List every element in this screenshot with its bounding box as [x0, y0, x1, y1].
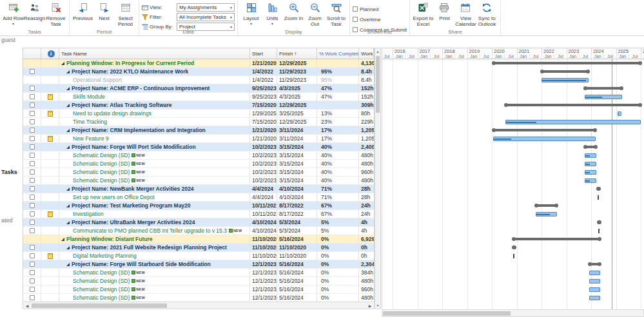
- previous-button[interactable]: Previous: [72, 1, 93, 22]
- planned-checkbox[interactable]: [353, 6, 358, 12]
- gantt-task-bar[interactable]: [505, 120, 641, 124]
- task-name[interactable]: Skills Module: [73, 93, 105, 100]
- col-header-task-name[interactable]: Task Name: [59, 48, 250, 59]
- gantt-summary-bar[interactable]: [513, 246, 515, 249]
- planned-checkbox-row[interactable]: Planned: [353, 5, 407, 13]
- task-name[interactable]: Schematic Design (SD): [73, 160, 130, 167]
- row-checkbox[interactable]: [30, 161, 35, 166]
- note-icon[interactable]: [48, 94, 53, 100]
- table-row[interactable]: Planning Window: In Progress for Current…: [23, 59, 374, 68]
- view-calendar-button[interactable]: View Calendar: [455, 1, 476, 28]
- gantt-summary-bar[interactable]: [585, 87, 623, 90]
- collapse-triangle-icon[interactable]: [66, 204, 70, 207]
- gantt-task-bar[interactable]: [585, 162, 596, 166]
- zoom-in-button[interactable]: Zoom In: [283, 1, 304, 22]
- row-checkbox[interactable]: [30, 245, 35, 250]
- table-row[interactable]: Project Name: Forge Will Port Side Modif…: [23, 143, 374, 151]
- row-checkbox[interactable]: [30, 270, 35, 275]
- task-name[interactable]: Set up new users on Office Depot: [73, 194, 155, 200]
- gantt-scroll-thumb[interactable]: [383, 311, 511, 316]
- row-checkbox[interactable]: [30, 111, 35, 116]
- task-name[interactable]: Communicate to PMO planned CBB Int Telle…: [73, 227, 227, 234]
- gantt-milestone-bar[interactable]: [598, 195, 599, 200]
- table-row[interactable]: Set up new users on Office Depot4/4/2024…: [23, 193, 374, 202]
- collapse-triangle-icon[interactable]: [66, 246, 70, 249]
- scroll-down-arrow[interactable]: ▼: [375, 302, 380, 309]
- remove-task-button[interactable]: Remove Task: [45, 1, 66, 28]
- collapse-triangle-icon[interactable]: [66, 70, 70, 73]
- reassign-button[interactable]: Reassign: [24, 1, 45, 22]
- table-row[interactable]: Communicate to PMO planned CBB Int Telle…: [23, 227, 374, 235]
- task-name[interactable]: Schematic Design (SD): [73, 294, 130, 301]
- overtime-checkbox-row[interactable]: Overtime: [353, 15, 407, 23]
- table-row[interactable]: Project Name: NewBank Merger Activities …: [23, 185, 374, 193]
- gantt-milestone-bar[interactable]: [513, 254, 514, 258]
- layout-button[interactable]: Layout ▾: [240, 1, 262, 26]
- table-row[interactable]: Schematic Design (SD)NEW10/2/20233/15/20…: [23, 177, 374, 185]
- overtime-checkbox[interactable]: [353, 17, 358, 22]
- task-name[interactable]: Schematic Design (SD): [73, 152, 130, 158]
- sync-to-outlook-button[interactable]: Sync to Outlook: [476, 1, 498, 28]
- task-name[interactable]: Time Tracking: [73, 119, 107, 125]
- collapse-triangle-icon[interactable]: [66, 146, 70, 149]
- gantt-task-bar[interactable]: [493, 137, 596, 141]
- table-row[interactable]: Project Name: Test Marketing Program May…: [23, 202, 374, 210]
- gantt-task-bar[interactable]: [585, 170, 596, 175]
- table-row[interactable]: Project Name: 2022 KTLO Maintenance Work…: [23, 68, 374, 76]
- table-row[interactable]: Project Name: Forge Will Starboard Side …: [23, 260, 374, 269]
- task-name[interactable]: Schematic Design (SD): [73, 278, 130, 284]
- select-period-button[interactable]: Select Period: [115, 1, 136, 28]
- task-name[interactable]: New Feature 9: [73, 135, 109, 142]
- row-checkbox[interactable]: [30, 128, 35, 133]
- grid-vertical-scrollbar[interactable]: ▲ ▼: [375, 48, 381, 309]
- row-checkbox[interactable]: [30, 253, 35, 258]
- gantt-task-bar[interactable]: [585, 153, 596, 158]
- gantt-task-bar[interactable]: [618, 111, 621, 116]
- gantt-summary-bar[interactable]: [542, 70, 589, 73]
- row-checkbox[interactable]: [30, 144, 35, 149]
- gantt-summary-bar[interactable]: [585, 146, 596, 148]
- task-name[interactable]: Schematic Design (SD): [73, 286, 130, 293]
- units-button[interactable]: Units ▾: [262, 1, 283, 26]
- scroll-to-task-button[interactable]: Scroll to Task: [326, 1, 347, 28]
- row-checkbox[interactable]: [30, 262, 35, 267]
- row-checkbox[interactable]: [30, 69, 35, 74]
- gantt-summary-bar[interactable]: [598, 221, 600, 224]
- gantt-milestone-bar[interactable]: [598, 229, 600, 233]
- table-row[interactable]: Project Name: 2021 Full Website Redesign…: [23, 244, 374, 252]
- view-dropdown[interactable]: My Assignments ▾: [177, 3, 235, 12]
- task-name[interactable]: Investigation: [73, 211, 104, 217]
- nav-fragment-top[interactable]: guest: [1, 37, 15, 43]
- gantt-summary-bar[interactable]: [598, 187, 600, 190]
- row-checkbox[interactable]: [30, 153, 35, 158]
- table-row[interactable]: Planning Window: Distant Future11/10/202…: [23, 235, 374, 244]
- gantt-summary-bar[interactable]: [505, 104, 641, 106]
- collapse-triangle-icon[interactable]: [61, 238, 64, 241]
- print-button[interactable]: Print: [434, 1, 455, 22]
- task-name[interactable]: Digital Marketing Planning: [73, 253, 137, 259]
- note-icon[interactable]: [48, 136, 53, 142]
- table-row[interactable]: Schematic Design (SD)NEW12/1/20235/16/20…: [23, 285, 374, 294]
- gantt-task-bar[interactable]: [585, 95, 623, 99]
- row-checkbox[interactable]: [30, 186, 35, 191]
- row-checkbox[interactable]: [30, 228, 35, 233]
- collapse-triangle-icon[interactable]: [66, 104, 70, 107]
- table-row[interactable]: Project Name: UltraBank Merger Activitie…: [23, 218, 374, 227]
- nav-item-tasks[interactable]: Tasks: [1, 169, 17, 175]
- gantt-summary-bar[interactable]: [493, 62, 641, 64]
- vertical-scroll-thumb[interactable]: [376, 56, 380, 113]
- table-row[interactable]: Project Name: Atlas Tracking Software7/1…: [23, 101, 374, 110]
- gantt-task-bar[interactable]: [589, 287, 601, 292]
- filter-dropdown[interactable]: All Incomplete Tasks ▾: [177, 13, 235, 21]
- task-name[interactable]: Schematic Design (SD): [73, 169, 130, 175]
- gantt-summary-bar[interactable]: [589, 263, 601, 265]
- gantt-task-bar[interactable]: [536, 212, 557, 216]
- row-checkbox[interactable]: [30, 203, 35, 208]
- table-row[interactable]: Schematic Design (SD)NEW10/2/20233/15/20…: [23, 168, 374, 177]
- row-checkbox[interactable]: [30, 169, 35, 175]
- row-checkbox[interactable]: [30, 287, 35, 292]
- gantt-summary-bar[interactable]: [536, 204, 557, 207]
- add-row-button[interactable]: Add Row ▾: [3, 1, 24, 26]
- gantt-task-bar[interactable]: [589, 271, 601, 275]
- table-row[interactable]: Digital Marketing Planning11/10/202011/1…: [23, 252, 374, 260]
